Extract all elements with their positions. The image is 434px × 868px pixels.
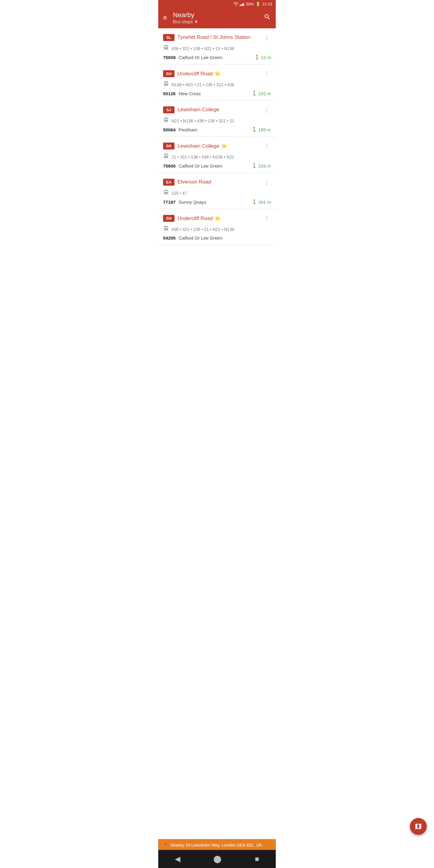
stop-badge: SJ bbox=[163, 106, 175, 113]
stop-routes: 225 • 47 bbox=[163, 189, 271, 197]
stop-header: SN Undercliff Road ⭐ ⋮ bbox=[163, 213, 271, 223]
list-item[interactable]: SL Tyrwhitt Road / St Johns Station ⋮ 43… bbox=[158, 28, 276, 64]
stop-badge: SH bbox=[163, 70, 175, 77]
bus-icon bbox=[163, 44, 169, 52]
stop-destination: Catford Or Lee Green bbox=[179, 55, 222, 60]
header-subtitle[interactable]: Bus stops ▼ bbox=[173, 19, 198, 24]
stop-header: SK Lewisham College ⭐ ⋮ bbox=[163, 141, 271, 151]
subtitle-text: Bus stops bbox=[173, 19, 193, 24]
bus-icon bbox=[163, 225, 169, 233]
routes-text: 436 • 321 • 136 • 21 • N21 • N136 bbox=[172, 227, 234, 232]
battery-percentage: 59% bbox=[246, 2, 254, 6]
list-item[interactable]: SN Undercliff Road ⭐ ⋮ 436 • 321 • 136 •… bbox=[158, 209, 276, 245]
stop-name: Elverson Road bbox=[178, 179, 211, 185]
status-bar: 59% 🔋 21:23 bbox=[158, 0, 276, 8]
stop-destination: Peckham bbox=[179, 127, 198, 132]
bus-icon bbox=[163, 189, 169, 197]
stop-header: SJ Lewisham College ⋮ bbox=[163, 105, 271, 115]
stop-header-left: SH Undercliff Road ⭐ bbox=[163, 70, 221, 77]
bus-icon bbox=[163, 153, 169, 161]
stop-badge: SN bbox=[163, 215, 175, 222]
page-title: Nearby bbox=[173, 11, 198, 19]
stop-routes: 21 • 321 • 136 • 436 • N136 • N21 bbox=[163, 153, 271, 161]
bus-icon bbox=[163, 81, 169, 88]
routes-text: 436 • 321 • 136 • N21 • 21 • N136 bbox=[172, 46, 234, 51]
stop-distance: 🚶 226 m bbox=[252, 163, 271, 168]
more-options-button[interactable]: ⋮ bbox=[262, 69, 271, 79]
stop-distance: 🚶 12 m bbox=[254, 55, 271, 60]
stop-id: 75659 bbox=[163, 55, 176, 60]
chevron-down-icon: ▼ bbox=[194, 19, 198, 24]
stop-distance: 🚶 301 m bbox=[252, 199, 271, 205]
walk-icon: 🚶 bbox=[252, 163, 257, 168]
routes-text: 21 • 321 • 136 • 436 • N136 • N21 bbox=[172, 155, 234, 159]
stop-name: Lewisham College bbox=[178, 107, 219, 113]
stop-header-left: SJ Lewisham College bbox=[163, 106, 219, 113]
app-header: ≡ Nearby Bus stops ▼ bbox=[158, 8, 276, 28]
stop-footer: 50064 Peckham 🚶 185 m bbox=[163, 127, 271, 132]
signal-icon bbox=[240, 2, 244, 6]
walk-icon: 🚶 bbox=[254, 55, 260, 60]
stop-destination: Surrey Quays bbox=[179, 199, 207, 205]
stop-id: 77187 bbox=[163, 199, 176, 205]
stop-header-left: EA Elverson Road bbox=[163, 179, 211, 186]
stop-distance: 🚶 185 m bbox=[252, 127, 271, 132]
stop-name: Tyrwhitt Road / St Johns Station bbox=[178, 34, 250, 40]
routes-text: N136 • N21 • 21 • 136 • 321 • 436 bbox=[172, 82, 234, 87]
stop-routes: 436 • 321 • 136 • 21 • N21 • N136 bbox=[163, 225, 271, 233]
more-options-button[interactable]: ⋮ bbox=[262, 213, 271, 223]
stop-header: SL Tyrwhitt Road / St Johns Station ⋮ bbox=[163, 33, 271, 42]
stop-name: Lewisham College ⭐ bbox=[178, 143, 227, 149]
stop-distance: 🚶 152 m bbox=[252, 91, 271, 96]
stop-id-destination: 50126 New Cross bbox=[163, 91, 201, 96]
stop-id: 75600 bbox=[163, 163, 176, 168]
walk-icon: 🚶 bbox=[252, 127, 257, 132]
stop-header-left: SK Lewisham College ⭐ bbox=[163, 143, 227, 150]
stop-header-left: SL Tyrwhitt Road / St Johns Station bbox=[163, 34, 250, 41]
wifi-icon bbox=[234, 2, 239, 6]
stop-id: 50126 bbox=[163, 91, 176, 96]
favorite-star-icon: ⭐ bbox=[214, 71, 221, 76]
stop-footer: 54295 Catford Or Lee Green bbox=[163, 236, 271, 241]
list-item[interactable]: EA Elverson Road ⋮ 225 • 47 77187 Surrey… bbox=[158, 173, 276, 209]
stop-id-destination: 54295 Catford Or Lee Green bbox=[163, 236, 222, 241]
more-options-button[interactable]: ⋮ bbox=[262, 33, 271, 42]
stop-id-destination: 75600 Catford Or Lee Green bbox=[163, 163, 222, 168]
stop-header: EA Elverson Road ⋮ bbox=[163, 177, 271, 187]
routes-text: N21 • N136 • 436 • 136 • 321 • 21 bbox=[172, 119, 234, 123]
more-options-button[interactable]: ⋮ bbox=[262, 141, 271, 151]
header-left: ≡ Nearby Bus stops ▼ bbox=[163, 11, 198, 24]
battery-icon: 🔋 bbox=[255, 2, 260, 6]
time: 21:23 bbox=[262, 2, 272, 6]
list-item[interactable]: SK Lewisham College ⭐ ⋮ 21 • 321 • 136 •… bbox=[158, 137, 276, 173]
stop-footer: 50126 New Cross 🚶 152 m bbox=[163, 91, 271, 96]
favorite-star-icon: ⭐ bbox=[214, 216, 221, 221]
stop-header-left: SN Undercliff Road ⭐ bbox=[163, 215, 221, 222]
stop-footer: 75659 Catford Or Lee Green 🚶 12 m bbox=[163, 55, 271, 60]
stop-id: 54295 bbox=[163, 236, 176, 241]
stop-badge: EA bbox=[163, 179, 175, 186]
list-item[interactable]: SH Undercliff Road ⭐ ⋮ N136 • N21 • 21 •… bbox=[158, 64, 276, 101]
search-button[interactable] bbox=[264, 13, 271, 22]
header-title-area: Nearby Bus stops ▼ bbox=[173, 11, 198, 24]
bus-icon bbox=[163, 117, 169, 124]
more-options-button[interactable]: ⋮ bbox=[262, 177, 271, 187]
stop-badge: SL bbox=[163, 34, 175, 41]
stop-footer: 75600 Catford Or Lee Green 🚶 226 m bbox=[163, 163, 271, 168]
stop-id-destination: 77187 Surrey Quays bbox=[163, 199, 206, 205]
stop-routes: 436 • 321 • 136 • N21 • 21 • N136 bbox=[163, 44, 271, 52]
stop-header: SH Undercliff Road ⭐ ⋮ bbox=[163, 69, 271, 79]
walk-icon: 🚶 bbox=[252, 199, 257, 205]
stop-name: Undercliff Road ⭐ bbox=[178, 70, 221, 77]
stop-destination: New Cross bbox=[179, 91, 201, 96]
menu-button[interactable]: ≡ bbox=[163, 14, 167, 22]
list-item[interactable]: SJ Lewisham College ⋮ N21 • N136 • 436 •… bbox=[158, 101, 276, 137]
stop-routes: N136 • N21 • 21 • 136 • 321 • 436 bbox=[163, 81, 271, 88]
stop-id: 50064 bbox=[163, 127, 176, 132]
stop-destination: Catford Or Lee Green bbox=[179, 163, 222, 168]
stop-footer: 77187 Surrey Quays 🚶 301 m bbox=[163, 199, 271, 205]
walk-icon: 🚶 bbox=[252, 91, 257, 96]
favorite-star-icon: ⭐ bbox=[221, 143, 227, 149]
more-options-button[interactable]: ⋮ bbox=[262, 105, 271, 115]
signal-icons bbox=[234, 2, 244, 6]
